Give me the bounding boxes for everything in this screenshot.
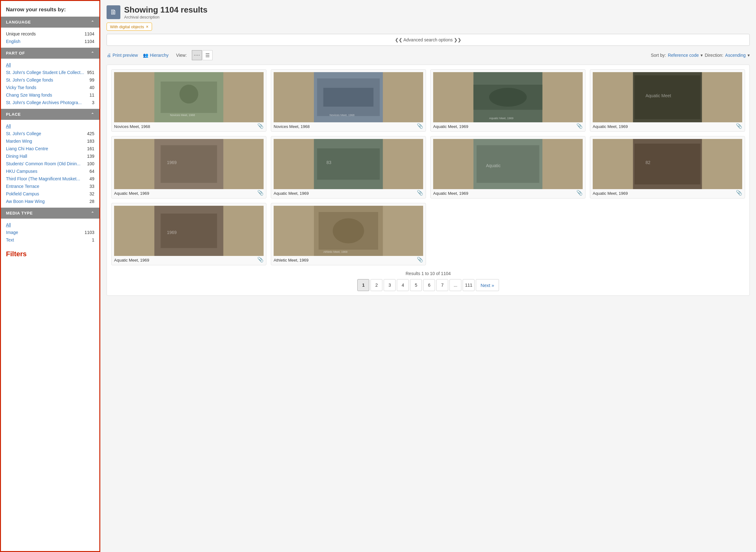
place-section-header[interactable]: PLACE ⌃ (1, 109, 100, 120)
part-of-all-link[interactable]: All (6, 62, 11, 67)
results-grid: Novices Meet, 1968 Novices Meet, 1968 📎 … (111, 69, 745, 265)
pagination-next-button[interactable]: Next » (476, 279, 499, 291)
result-card[interactable]: Aquatic Meet, 1969 Aquatic Meet, 1969 📎 (430, 69, 585, 132)
chang-sze-link[interactable]: Chang Sze Wang fonds (6, 93, 52, 98)
students-common-link[interactable]: Students' Common Room (Old Dinin... (6, 161, 80, 166)
sort-value-link[interactable]: Reference code (668, 53, 699, 58)
list-item: Third Floor (The Magnificent Musket... 4… (1, 175, 100, 182)
active-filter-tag[interactable]: With digital objects × (107, 23, 152, 31)
text-filter-link[interactable]: Text (6, 238, 14, 243)
svg-rect-25 (635, 144, 701, 184)
result-card[interactable]: Aquatic Aquatic Meet, 1969 📎 (430, 136, 585, 198)
view-label: View: (176, 53, 187, 58)
media-type-section-body: All Image 1103 Text 1 (1, 219, 100, 246)
result-image: Athletic Meet, 1969 (273, 206, 423, 256)
sjc-fonds-link[interactable]: St. John's College fonds (6, 78, 53, 83)
language-section-header[interactable]: LANGUAGE ⌃ (1, 17, 100, 28)
marden-wing-link[interactable]: Marden Wing (6, 139, 32, 144)
svg-rect-6 (324, 88, 374, 107)
pagination-page-button[interactable]: 5 (410, 279, 422, 291)
result-card[interactable]: 1969 Aquatic Meet, 1969 📎 (111, 203, 266, 265)
result-card[interactable]: 1969 Aquatic Meet, 1969 📎 (111, 136, 266, 198)
sjc-archives-link[interactable]: St. John's College Archives Photogra... (6, 100, 82, 105)
list-item: Liang Chi Hao Centre 161 (1, 145, 100, 152)
remove-filter-icon[interactable]: × (146, 24, 148, 29)
result-card[interactable]: Novices Meet, 1968 Novices Meet, 1968 📎 (271, 69, 426, 132)
pagination-page-button[interactable]: 7 (436, 279, 448, 291)
language-section-label: LANGUAGE (6, 20, 31, 24)
result-title: Aquatic Meet, 1969 (273, 191, 423, 196)
part-of-chevron-icon: ⌃ (91, 51, 94, 55)
list-item: St. John's College 425 (1, 130, 100, 137)
media-type-chevron-icon: ⌃ (91, 211, 94, 216)
list-item: All (1, 221, 100, 229)
entrance-terrace-link[interactable]: Entrance Terrace (6, 184, 39, 189)
english-filter-link[interactable]: English (6, 39, 20, 44)
list-item: English 1104 (1, 38, 100, 45)
pagination-page-button[interactable]: 1 (357, 279, 369, 291)
clip-icon: 📎 (576, 190, 583, 196)
pokfield-link[interactable]: Pokfield Campus (6, 191, 39, 196)
result-title: Aquatic Meet, 1969 (433, 191, 583, 196)
result-card[interactable]: 82 Aquatic Meet, 1969 📎 (590, 136, 745, 198)
pagination-page-button[interactable]: 6 (423, 279, 435, 291)
pagination-page-button[interactable]: 111 (462, 279, 475, 291)
clip-icon: 📎 (257, 190, 263, 196)
pagination-page-button[interactable]: 2 (370, 279, 382, 291)
media-all-link[interactable]: All (6, 222, 11, 228)
students-common-count: 100 (87, 161, 94, 166)
sjc-student-life-link[interactable]: St. John's College Student Life Collect.… (6, 70, 84, 75)
grid-view-button[interactable]: ⋅⋅⋅⋅ (192, 50, 202, 60)
part-of-section-body: All St. John's College Student Life Coll… (1, 59, 100, 109)
third-floor-link[interactable]: Third Floor (The Magnificent Musket... (6, 176, 80, 181)
result-card[interactable]: 83 Aquatic Meet, 1969 📎 (271, 136, 426, 198)
english-count: 1104 (84, 39, 94, 44)
list-view-button[interactable]: ☰ (202, 50, 212, 60)
direction-label: Direction: (705, 53, 723, 58)
pagination-page-button[interactable]: 3 (384, 279, 396, 291)
pagination: 1234567...111Next » (111, 279, 745, 291)
language-chevron-icon: ⌃ (91, 20, 94, 24)
place-sjc-link[interactable]: St. John's College (6, 131, 41, 136)
svg-text:Aquatic Meet: Aquatic Meet (646, 93, 672, 98)
direction-value-link[interactable]: Ascending (725, 53, 746, 58)
pagination-page-button[interactable]: ... (449, 279, 461, 291)
hku-campuses-link[interactable]: HKU Campuses (6, 169, 37, 174)
sort-by-label: Sort by: (651, 53, 666, 58)
list-item: Entrance Terrace 33 (1, 182, 100, 190)
print-icon: 🖨 (107, 53, 111, 58)
result-card[interactable]: Novices Meet, 1968 Novices Meet, 1968 📎 (111, 69, 266, 132)
unique-records-count: 1104 (84, 31, 94, 36)
list-item: St. John's College Archives Photogra... … (1, 99, 100, 106)
sjc-archives-count: 3 (92, 100, 94, 105)
image-filter-link[interactable]: Image (6, 230, 18, 235)
result-card[interactable]: Aquatic Meet Aquatic Meet, 1969 📎 (590, 69, 745, 132)
hierarchy-button[interactable]: 👥 Hierarchy (143, 53, 169, 58)
result-title: Novices Meet, 1968 (273, 124, 423, 129)
clip-icon: 📎 (417, 257, 423, 263)
aw-boon-link[interactable]: Aw Boon Haw Wing (6, 199, 44, 204)
list-item: Vicky Tse fonds 40 (1, 84, 100, 91)
hku-campuses-count: 64 (89, 169, 94, 174)
advanced-search-bar[interactable]: ❮❮ Advanced search options ❯❯ (107, 34, 750, 46)
result-title: Aquatic Meet, 1969 (114, 191, 263, 196)
active-filter-label: With digital objects (110, 24, 144, 29)
pagination-page-button[interactable]: 4 (397, 279, 409, 291)
liang-chi-link[interactable]: Liang Chi Hao Centre (6, 146, 48, 151)
description-type: Archival description (124, 15, 207, 19)
result-title: Aquatic Meet, 1969 (433, 124, 583, 129)
liang-chi-count: 161 (87, 146, 94, 151)
place-all-link[interactable]: All (6, 124, 11, 129)
svg-text:1969: 1969 (167, 160, 177, 165)
vicky-tse-link[interactable]: Vicky Tse fonds (6, 85, 36, 90)
part-of-section-header[interactable]: PART OF ⌃ (1, 48, 100, 59)
print-preview-button[interactable]: 🖨 Print preview (107, 53, 138, 58)
media-type-section-header[interactable]: MEDIA TYPE ⌃ (1, 208, 100, 219)
result-card[interactable]: Athletic Meet, 1969 Athletic Meet, 1969 … (271, 203, 426, 265)
main-content: 🗎 Showing 1104 results Archival descript… (100, 0, 756, 552)
filters-label: Filters (1, 246, 100, 262)
svg-text:Aquatic: Aquatic (486, 163, 501, 168)
place-chevron-icon: ⌃ (91, 112, 94, 117)
svg-text:Aquatic Meet, 1969: Aquatic Meet, 1969 (489, 117, 514, 120)
dining-hall-link[interactable]: Dining Hall (6, 154, 27, 159)
